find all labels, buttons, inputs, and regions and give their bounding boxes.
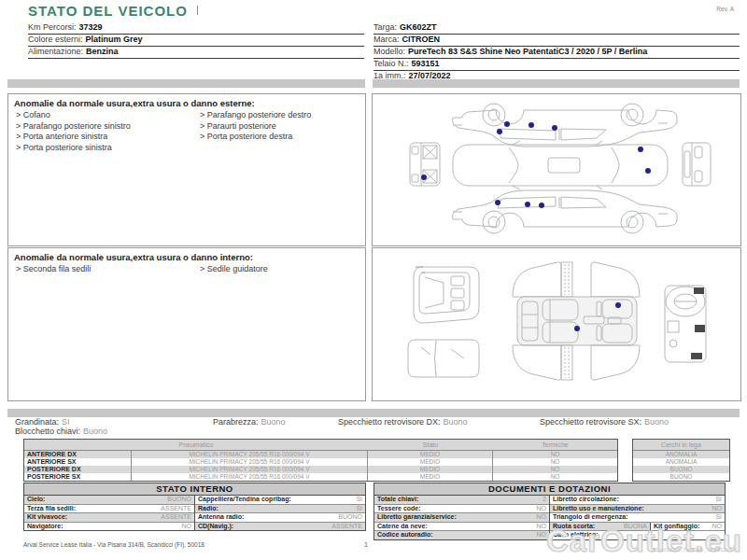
- car-rear-view: [683, 143, 711, 186]
- info-value: GK602ZT: [400, 22, 437, 32]
- anomaly-item: Seconda fila sedili: [16, 264, 91, 275]
- damage-marker: [574, 326, 580, 331]
- anomaly-item: Paraurti posteriore: [200, 121, 311, 133]
- info-value: 37329: [79, 22, 103, 32]
- info-value: CITROEN: [402, 35, 441, 44]
- info-label: Marca:: [374, 35, 400, 44]
- tyre-spec: MICHELIN PRIMACY 205/55 R16 000/094 V: [132, 458, 368, 466]
- tyre-spec: MICHELIN PRIMACY 205/55 R16 000/094 V: [132, 451, 368, 458]
- interior-diagram-panel: [372, 247, 741, 401]
- tyre-termiche: NO: [493, 451, 617, 458]
- vehicle-info-left: Km Percorsi:37329 Colore esterni:Platinu…: [28, 22, 364, 59]
- info-label: Telaio N.:: [374, 59, 409, 68]
- damage-marker: [495, 200, 500, 205]
- condition-label: Specchietto retrovisore SX:: [540, 417, 641, 427]
- car-side-top-view: [453, 104, 677, 147]
- table-row: Antenna radio:BUONO: [195, 513, 365, 523]
- vehicle-report-page: STATO DEL VEICOLO Rev. A Km Percorsi:373…: [0, 0, 747, 560]
- info-row-modello: Modello:PureTech 83 S&S Shine Neo Patent…: [374, 47, 740, 59]
- condition-grandinata: Grandinata:SI: [15, 417, 70, 427]
- cerchi-value: BUONO: [633, 466, 729, 473]
- info-row-marca: Marca:CITROEN: [374, 35, 740, 47]
- table-row: CD(Navig.):ASSENTE: [195, 523, 365, 531]
- condition-label: Parabrezza:: [213, 417, 259, 427]
- stato-interno-table: STATO INTERNO Cielo:BUONO Terza fila sed…: [23, 483, 366, 531]
- tyre-table: Pneumatico Stato Termiche ANTERIORE DX M…: [23, 439, 618, 482]
- dashboard-view: [665, 286, 706, 362]
- anomaly-item: Sedile guidatore: [200, 264, 268, 275]
- damage-marker: [552, 125, 557, 131]
- table-row: Libretto circolazione:SI: [550, 496, 725, 505]
- page-title: STATO DEL VEICOLO: [28, 3, 188, 19]
- info-label: Km Percorsi:: [28, 22, 77, 32]
- divider-bar: [7, 409, 740, 417]
- table-row: Cielo:BUONO: [24, 496, 194, 505]
- tyre-header-stato: Stato: [368, 440, 493, 451]
- tyre-spec: MICHELIN PRIMACY 205/55 R16 000/094 V: [132, 466, 368, 473]
- interior-anomaly-list-left: Seconda fila sedili: [16, 264, 91, 275]
- condition-label: Grandinata:: [15, 417, 59, 427]
- tyre-header-pneumatico: Pneumatico: [24, 440, 368, 451]
- tyre-stato: MEDIO: [368, 458, 493, 466]
- cerchi-header: Cerchi in lega: [633, 440, 729, 451]
- interior-anomalies-panel: Anomalie da normale usura,extra usura o …: [7, 247, 366, 401]
- table-row: Kit vivavoce:ASSENTE: [24, 513, 194, 523]
- tyre-position: POSTERIORE DX: [24, 466, 132, 473]
- tyre-stato: MEDIO: [368, 466, 493, 473]
- table-row: Navigatore:NO: [24, 523, 194, 531]
- table-row: Codice autoradio:NO: [374, 531, 549, 539]
- car-plan-view: [453, 141, 668, 189]
- condition-blocchetto-chiavi: Blocchetto chiavi:Buono: [15, 427, 107, 436]
- condition-specchietto-sx: Specchietto retrovisore SX:Buono: [540, 417, 669, 427]
- cerchi-value: ANOMALIA: [633, 458, 729, 466]
- condition-specchietto-dx: Specchietto retrovisore DX:Buono: [338, 417, 468, 427]
- info-value: Platinum Grey: [86, 35, 143, 44]
- tyre-termiche: NO: [493, 473, 617, 481]
- info-label: Targa:: [374, 22, 397, 32]
- info-value: PureTech 83 S&S Shine Neo PatentatiC3 / …: [408, 47, 647, 56]
- condition-label: Specchietto retrovisore DX:: [338, 417, 441, 427]
- damage-marker: [638, 147, 643, 152]
- tyre-position: POSTERIORE SX: [24, 473, 132, 481]
- damage-marker: [504, 121, 510, 127]
- info-row-colore: Colore esterni:Platinum Grey: [28, 35, 364, 47]
- tyre-position: ANTERIORE SX: [24, 458, 132, 466]
- condition-parabrezza: Parabrezza:Buono: [213, 417, 286, 427]
- divider-bar: [7, 79, 365, 88]
- condition-value: Buono: [444, 417, 468, 427]
- info-row-targa: Targa:GK602ZT: [374, 22, 740, 35]
- exterior-damage-diagram: [373, 94, 740, 245]
- table-row: Libretto garanzia/service:NO: [374, 513, 549, 523]
- exterior-anomaly-list-left: CofanoParafango posteriore sinistroPorta…: [16, 110, 131, 153]
- info-label: Modello:: [374, 47, 405, 56]
- info-value: 593151: [412, 59, 440, 68]
- vehicle-info-right: Targa:GK602ZT Marca:CITROEN Modello:Pure…: [374, 22, 740, 83]
- tyre-spec: MICHELIN PRIMACY 205/55 R16 000/094 V: [132, 473, 368, 481]
- damage-marker: [497, 129, 502, 134]
- divider-bar: [373, 79, 740, 88]
- anomaly-item: Porta anteriore sinistra: [16, 132, 131, 143]
- table-row: Tessere code:NO: [374, 505, 549, 514]
- watermark: CarOutlet.eu: [546, 524, 742, 559]
- tyre-position: ANTERIORE DX: [24, 451, 132, 458]
- table-row: Triangolo di emergenza:SI: [550, 513, 725, 523]
- table-row: Catene da neve:NO: [374, 523, 549, 532]
- condition-value: Buono: [261, 417, 286, 427]
- table-row: Radio:SI: [195, 505, 365, 514]
- condition-label: Blocchetto chiavi:: [15, 427, 80, 436]
- anomaly-item: Cofano: [16, 110, 131, 121]
- damage-marker: [645, 168, 651, 174]
- tyre-stato: MEDIO: [368, 451, 493, 458]
- table-row: Terza fila sedili:ASSENTE: [24, 505, 194, 514]
- damage-marker: [615, 302, 621, 308]
- tyre-header-termiche: Termiche: [493, 440, 617, 451]
- info-value: Benzina: [86, 47, 119, 56]
- interior-anomaly-list-right: Sedile guidatore: [200, 264, 268, 275]
- damage-marker: [539, 203, 544, 208]
- table-row: Cappelliera/Tendina copribag:SI: [195, 496, 365, 505]
- condition-value: SI: [62, 417, 70, 427]
- anomaly-item: Parafango posteriore sinistro: [16, 121, 131, 133]
- interior-anomalies-title: Anomalie da normale usura,extra usura o …: [14, 252, 253, 262]
- footer-page-number: 1: [364, 541, 368, 548]
- damage-marker: [421, 175, 427, 180]
